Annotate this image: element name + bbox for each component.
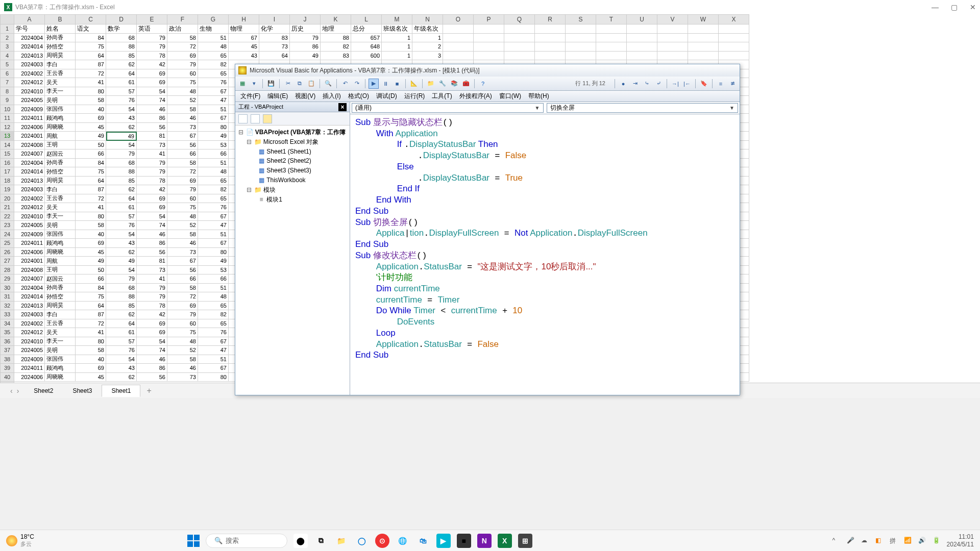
vba-menu-item[interactable]: 运行(R) [401, 91, 428, 102]
cell[interactable]: 2024007 [14, 274, 45, 284]
row-header[interactable]: 2 [0, 34, 14, 43]
cell[interactable]: 49 [198, 257, 229, 266]
cell[interactable]: 72 [76, 319, 106, 329]
break-icon[interactable]: ⏸ [380, 79, 390, 89]
row-header[interactable]: 8 [0, 87, 14, 96]
taskbar-app-icon[interactable]: ▶ [436, 534, 451, 548]
indent-icon[interactable]: →| [670, 79, 680, 89]
cell[interactable]: 66 [76, 149, 106, 159]
column-header[interactable]: M [382, 14, 412, 24]
cell[interactable]: 2024004 [14, 34, 45, 43]
cell[interactable]: 58 [76, 96, 106, 105]
cell[interactable]: 80 [76, 337, 106, 346]
cell[interactable]: 58 [167, 105, 198, 114]
tray-ime-icon[interactable]: 拼 [890, 537, 898, 545]
cell[interactable] [443, 42, 474, 52]
cell[interactable]: 47 [198, 346, 229, 355]
row-header[interactable]: 32 [0, 302, 14, 311]
cell[interactable]: 64 [76, 302, 106, 311]
tree-thisworkbook[interactable]: ▦ ThisWorkbook [237, 176, 348, 185]
cell[interactable]: 69 [137, 194, 167, 204]
vba-menu-item[interactable]: 插入(I) [320, 91, 344, 102]
column-header[interactable]: I [259, 14, 290, 24]
cell[interactable]: 43 [106, 114, 137, 123]
cell[interactable]: 王明 [45, 266, 76, 275]
vba-menu-item[interactable]: 编辑(E) [264, 91, 291, 102]
cell[interactable]: 王明 [45, 141, 76, 150]
row-header[interactable]: 9 [0, 96, 14, 105]
cell[interactable]: 69 [137, 203, 167, 212]
cell[interactable]: 51 [198, 159, 229, 168]
cell[interactable]: 2024006 [14, 123, 45, 132]
cell[interactable]: 73 [259, 42, 290, 52]
column-header[interactable]: T [596, 14, 627, 24]
cell[interactable]: 2024001 [14, 132, 45, 141]
cell[interactable]: 45 [229, 42, 259, 52]
cell[interactable]: 88 [321, 34, 351, 43]
column-header[interactable]: B [45, 14, 76, 24]
row-header[interactable]: 33 [0, 310, 14, 319]
minimize-button[interactable]: — [932, 3, 939, 11]
row-header[interactable]: 11 [0, 114, 14, 123]
cell[interactable]: 73 [167, 123, 198, 132]
tray-app-icon[interactable]: ◧ [875, 537, 884, 545]
cell[interactable]: 2024003 [14, 185, 45, 194]
cell[interactable]: 总分 [351, 24, 382, 34]
cell[interactable]: 79 [106, 149, 137, 159]
cell[interactable]: 2024009 [14, 230, 45, 239]
cell[interactable]: 67 [229, 34, 259, 43]
cell[interactable]: 周明昊 [45, 302, 76, 311]
cell[interactable]: 68 [106, 284, 137, 293]
cell[interactable] [443, 24, 474, 34]
cell[interactable]: 79 [137, 292, 167, 302]
cell[interactable]: 85 [106, 302, 137, 311]
cell[interactable]: 88 [106, 167, 137, 177]
cell[interactable]: 58 [167, 34, 198, 43]
cell[interactable]: 57 [106, 337, 137, 346]
weather-widget[interactable]: 18°C 多云 [0, 533, 40, 548]
row-header[interactable]: 1 [0, 24, 14, 34]
cell[interactable]: 2024014 [14, 167, 45, 177]
cell[interactable]: 1 [382, 34, 412, 43]
cell[interactable]: 51 [198, 355, 229, 364]
cell[interactable]: 67 [198, 364, 229, 373]
cell[interactable]: 王云香 [45, 69, 76, 79]
cell[interactable] [474, 34, 504, 43]
cell[interactable]: 46 [137, 105, 167, 114]
cell[interactable]: 60 [167, 194, 198, 204]
taskbar-chrome-icon[interactable]: 🌐 [396, 534, 410, 548]
cell[interactable]: 45 [76, 248, 106, 257]
cell[interactable]: 数学 [106, 24, 137, 34]
cell[interactable]: 85 [106, 52, 137, 61]
cell[interactable]: 49 [76, 257, 106, 266]
cell[interactable]: 79 [137, 159, 167, 168]
design-mode-icon[interactable]: 📐 [409, 79, 419, 89]
cell[interactable]: 42 [137, 185, 167, 194]
cell[interactable]: 2024006 [14, 248, 45, 257]
cell[interactable]: 地理 [321, 24, 351, 34]
cell[interactable]: 王云香 [45, 319, 76, 329]
row-header[interactable]: 27 [0, 257, 14, 266]
column-header[interactable]: R [535, 14, 566, 24]
cell[interactable]: 43 [229, 52, 259, 61]
row-header[interactable]: 3 [0, 42, 14, 52]
cell[interactable]: 2024013 [14, 52, 45, 61]
cell[interactable]: 75 [167, 203, 198, 212]
cell[interactable]: 62 [106, 123, 137, 132]
taskbar-edge-icon[interactable]: ◯ [355, 534, 369, 548]
cell[interactable]: 80 [198, 373, 229, 382]
cell[interactable]: 2024006 [14, 373, 45, 382]
select-all-corner[interactable] [0, 14, 14, 24]
row-header[interactable]: 37 [0, 346, 14, 355]
column-header[interactable]: U [627, 14, 657, 24]
cell[interactable]: 82 [198, 310, 229, 319]
row-header[interactable]: 15 [0, 149, 14, 159]
row-header[interactable]: 25 [0, 239, 14, 248]
cell[interactable]: 75 [167, 328, 198, 337]
row-header[interactable]: 21 [0, 203, 14, 212]
cell[interactable]: 54 [137, 212, 167, 221]
cell[interactable]: 87 [76, 60, 106, 69]
column-header[interactable]: A [14, 14, 45, 24]
row-header[interactable]: 4 [0, 52, 14, 61]
column-header[interactable]: G [198, 14, 229, 24]
